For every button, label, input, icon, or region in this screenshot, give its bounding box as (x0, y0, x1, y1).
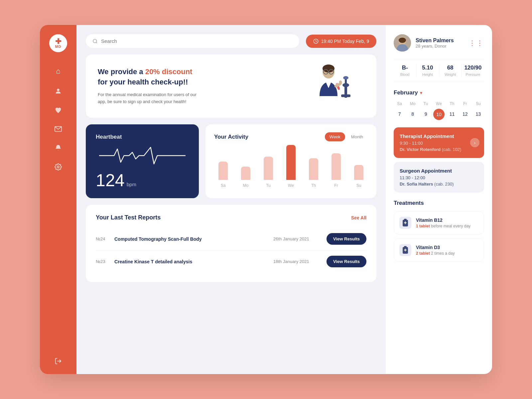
svg-point-0 (57, 89, 59, 91)
bar (309, 158, 318, 180)
bar-column: Mo (237, 167, 255, 188)
bar-label: Su (356, 183, 361, 188)
svg-line-5 (96, 42, 97, 43)
bar-label: Sa (221, 183, 226, 188)
sidebar-item-home[interactable]: ⌂ (56, 67, 60, 75)
bar-column: Fr (327, 153, 345, 188)
vital-value: 5.10 (422, 65, 433, 71)
vital-item: 5.10 Height (416, 65, 439, 76)
sidebar-item-bell[interactable] (55, 144, 62, 151)
reports-header: Your Last Test Reports See All (96, 214, 366, 221)
treatments-list: Vitamin B12 1 tablet before meal every d… (394, 211, 484, 262)
sidebar-item-settings[interactable] (55, 163, 62, 171)
svg-point-21 (399, 38, 406, 43)
bar-label: Tu (266, 183, 271, 188)
app-logo: ✚ MD (49, 34, 67, 52)
treatment-info: Vitamin B12 1 tablet before meal every d… (416, 217, 470, 228)
bar-column: We (282, 145, 300, 188)
bar-label: Mo (243, 183, 249, 188)
logo-cross-icon: ✚ (55, 38, 61, 45)
report-date: 26th January 2021 (273, 236, 320, 241)
tab-week[interactable]: Week (325, 132, 345, 141)
patient-name: Stiven Palmers (416, 38, 454, 44)
calendar-day-header: We (433, 100, 445, 107)
svg-rect-8 (341, 94, 350, 97)
widgets-row: Heartbeat 124 bpm Your Activity Week Mon… (86, 124, 376, 198)
appointments-section: Therapist Appointment 9:30 - 11:00 Dr. V… (394, 127, 484, 193)
appointment-card: Therapist Appointment 9:30 - 11:00 Dr. V… (394, 127, 484, 158)
vital-item: 68 Weight (439, 65, 462, 76)
calendar-day[interactable]: 12 (459, 109, 471, 120)
promo-text: We provide a 20% discount for your healt… (98, 67, 204, 105)
view-results-button[interactable]: View Results (327, 233, 366, 245)
vital-item: 120/90 Pressure (462, 65, 484, 76)
appointment-title: Therapist Appointment (400, 133, 478, 139)
bar-label: Fr (334, 183, 338, 188)
sidebar-item-heart[interactable] (55, 107, 62, 114)
calendar-day-header: Th (446, 100, 458, 107)
patient-subtitle: 28 years, Donor (416, 44, 454, 49)
see-all-link[interactable]: See All (351, 215, 366, 220)
calendar-day[interactable]: 8 (407, 109, 418, 120)
bar (218, 162, 228, 180)
appointment-doctor: Dr. Victor Rotenford (cab. 102) (400, 147, 478, 152)
activity-tabs: Week Month (325, 132, 368, 141)
appointment-time: 11:30 - 12:00 (400, 175, 478, 180)
bar-column: Th (305, 158, 323, 188)
appointment-card: Surgeon Appointment 11:30 - 12:00 Dr. So… (394, 162, 484, 193)
svg-point-13 (323, 65, 334, 72)
vital-value: 68 (447, 65, 454, 71)
treatment-description: 1 tablet before meal every day (416, 224, 470, 228)
sidebar-item-person[interactable] (55, 87, 62, 95)
tab-month[interactable]: Month (346, 132, 368, 141)
treatments-section: Treatments Vitamin B12 1 tablet before m… (394, 200, 484, 266)
calendar-day[interactable]: 11 (446, 109, 458, 120)
reports-card: Your Last Test Reports See All №24 Compu… (86, 205, 376, 282)
sidebar-logout[interactable] (55, 357, 62, 365)
calendar-day-header: Mo (407, 100, 418, 107)
bar (332, 153, 341, 180)
svg-point-11 (343, 76, 348, 79)
report-row: №23 Creatine Kinase T detailed analysis … (96, 250, 366, 273)
calendar-dropdown-icon[interactable]: ▾ (420, 90, 422, 95)
appointment-chevron[interactable]: › (470, 138, 479, 147)
calendar-header: February ▾ (394, 89, 484, 96)
bar-column: Su (350, 165, 368, 188)
promo-illustration (305, 65, 364, 108)
treatment-name: Vitamin B12 (416, 217, 470, 223)
appointment-time: 9:30 - 11:00 (400, 141, 478, 146)
promo-description: For the annual medical examination for u… (98, 91, 204, 105)
bar (241, 167, 250, 180)
reports-list: №24 Computed Tomography Scan-Full Body 2… (96, 228, 366, 273)
calendar-day[interactable]: 13 (472, 109, 484, 120)
time-badge: 19:40 PM Today Feb, 9 (306, 35, 377, 48)
search-icon (92, 39, 98, 44)
activity-header: Your Activity Week Month (214, 132, 368, 141)
activity-card: Your Activity Week Month SaMoTuWeThFrSu (205, 124, 376, 198)
report-number: №23 (96, 259, 108, 264)
logout-icon[interactable] (55, 357, 62, 365)
sidebar-nav: ⌂ (55, 67, 62, 345)
logo-label: MD (55, 45, 61, 49)
patient-info: Stiven Palmers 28 years, Donor (416, 38, 454, 49)
bar (286, 145, 296, 180)
vital-label: Height (422, 72, 433, 76)
calendar-day[interactable]: 7 (394, 109, 405, 120)
sidebar-item-mail[interactable] (55, 126, 62, 132)
vital-label: Weight (445, 72, 456, 76)
treatments-title: Treatments (394, 200, 484, 206)
bar (264, 157, 273, 180)
calendar-day[interactable]: 9 (420, 109, 432, 120)
patient-header: Stiven Palmers 28 years, Donor ⋮⋮ (394, 34, 484, 52)
calendar-grid: SaMoTuWeThFrSu78910111213 (394, 100, 484, 120)
calendar-day[interactable]: 10 (433, 109, 445, 120)
main-content: 19:40 PM Today Feb, 9 We provide a 20% d… (76, 25, 386, 374)
reports-title: Your Last Test Reports (96, 214, 161, 221)
more-options-button[interactable]: ⋮⋮ (469, 39, 484, 47)
search-input[interactable] (101, 38, 293, 44)
report-number: №24 (96, 236, 108, 241)
treatment-description: 2 tablet 2 times a day (416, 251, 455, 256)
vital-value: 120/90 (464, 65, 481, 71)
view-results-button[interactable]: View Results (327, 256, 366, 267)
vital-item: B- Blood (394, 65, 416, 76)
